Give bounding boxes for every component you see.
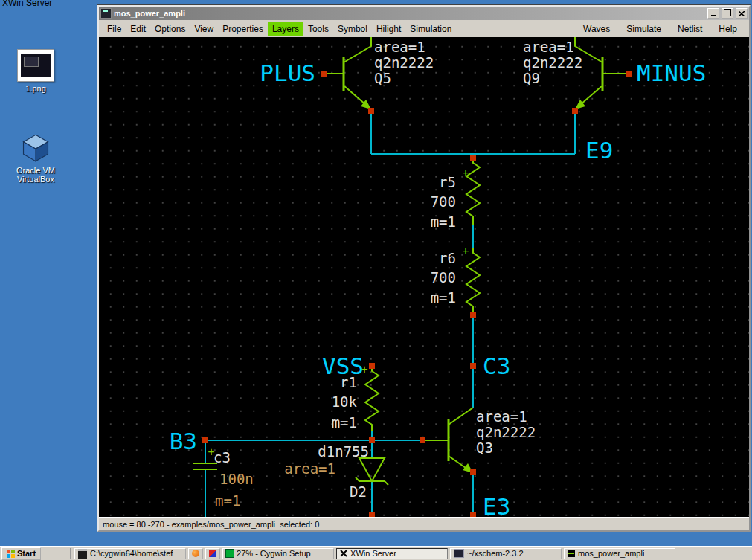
- pin-square[interactable]: [369, 512, 375, 517]
- xschem-window: mos_power_ampli File Edit Options View P…: [97, 5, 751, 532]
- c3-value: 100n: [219, 471, 254, 487]
- maximize-icon: [724, 9, 731, 16]
- maximize-button[interactable]: [722, 8, 733, 19]
- close-button[interactable]: [736, 8, 748, 19]
- menu-layers[interactable]: Layers: [268, 22, 303, 36]
- desktop-icon-1png[interactable]: 1.png: [4, 49, 68, 93]
- q3-model: q2n2222: [476, 424, 536, 440]
- polarity-marker: +: [462, 245, 469, 258]
- q5-model: q2n2222: [374, 54, 434, 71]
- start-label: Start: [17, 549, 36, 558]
- schematic-icon: [568, 550, 575, 557]
- taskbar-item-label: ~/xschem-2.3.2: [467, 549, 524, 558]
- taskbar: Start C:\cygwin64\home\stef 27% - Cygwin…: [0, 546, 752, 560]
- terminal-icon: [78, 549, 87, 559]
- status-bar: mouse = 80 -270 - examples/mos_power_amp…: [99, 517, 749, 530]
- q9-name: Q9: [523, 70, 540, 86]
- pin-square[interactable]: [368, 108, 374, 114]
- menu-symbol[interactable]: Symbol: [333, 22, 372, 36]
- r1-value: 10k: [332, 393, 358, 410]
- r6-name: r6: [439, 250, 456, 266]
- cygwin-setup-icon: [226, 550, 234, 557]
- schematic-canvas[interactable]: area=1 q2n2222 Q5 area=1 q2n2222 Q9 + r5…: [99, 37, 749, 517]
- taskbar-item-cygwin-setup[interactable]: 27% - Cygwin Setup: [222, 548, 334, 559]
- pin-square[interactable]: [470, 469, 476, 475]
- q3-name: Q3: [476, 440, 493, 456]
- menu-properties[interactable]: Properties: [218, 22, 268, 36]
- transistor-q9[interactable]: area=1 q2n2222 Q9: [523, 37, 629, 109]
- menu-options[interactable]: Options: [150, 22, 190, 36]
- net-label-b3[interactable]: B3: [170, 428, 197, 454]
- capacitor-c3[interactable]: + c3 100n m=1: [193, 445, 254, 509]
- pin-square[interactable]: [470, 512, 476, 517]
- status-text: mouse = 80 -270 - examples/mos_power_amp…: [103, 520, 319, 529]
- net-label-c3[interactable]: C3: [483, 353, 510, 379]
- diode-d2[interactable]: d1n755 area=1 D2: [284, 443, 388, 500]
- taskbar-item-label: mos_power_ampli: [578, 549, 644, 558]
- net-label-vss[interactable]: VSS: [322, 353, 364, 379]
- d2-name: D2: [350, 483, 367, 500]
- quicklaunch-area: [43, 548, 71, 559]
- pin-square[interactable]: [369, 363, 375, 369]
- d2-area: area=1: [284, 460, 335, 477]
- window-title: mos_power_ampli: [114, 9, 705, 18]
- pin-square[interactable]: [470, 363, 476, 369]
- menu-waves[interactable]: Waves: [575, 22, 618, 36]
- net-label-e9[interactable]: E9: [585, 137, 613, 164]
- r6-mult: m=1: [431, 289, 456, 306]
- menu-tools[interactable]: Tools: [303, 22, 333, 36]
- window-system-icon[interactable]: [100, 8, 112, 19]
- net-label-plus[interactable]: PLUS: [260, 59, 315, 86]
- pin-square[interactable]: [420, 437, 425, 443]
- c3-name: c3: [213, 449, 231, 466]
- terminal-icon: [454, 549, 464, 558]
- q5-name: Q5: [374, 70, 391, 86]
- image-thumbnail-icon: [17, 49, 54, 82]
- pin-square[interactable]: [470, 155, 476, 161]
- resistor-r5[interactable]: + r5 700 m=1: [431, 158, 480, 230]
- menu-simulation[interactable]: Simulation: [405, 22, 456, 36]
- menu-view[interactable]: View: [190, 22, 218, 36]
- pin-square[interactable]: [470, 312, 476, 318]
- taskbar-item-xschem-shell[interactable]: ~/xschem-2.3.2: [450, 548, 562, 559]
- taskbar-item-xwin-server[interactable]: XWin Server: [336, 548, 448, 559]
- desktop-icon-virtualbox[interactable]: Oracle VM VirtualBox: [4, 134, 68, 184]
- desktop-icon-label: 1.png: [4, 84, 68, 93]
- x-server-icon: [340, 550, 347, 557]
- pin-square[interactable]: [202, 437, 208, 443]
- menu-simulate[interactable]: Simulate: [618, 22, 669, 36]
- menu-right-group: Waves Simulate Netlist Help: [575, 22, 745, 36]
- pin-square[interactable]: [626, 71, 632, 77]
- r5-value: 700: [431, 193, 456, 210]
- window-titlebar[interactable]: mos_power_ampli: [99, 7, 749, 20]
- taskbar-item-cygwin-home[interactable]: C:\cygwin64\home\stef: [74, 548, 186, 559]
- taskbar-item-mos-power-ampli[interactable]: mos_power_ampli: [564, 548, 675, 559]
- pin-square[interactable]: [321, 71, 327, 77]
- start-button[interactable]: Start: [1, 547, 41, 560]
- taskbar-item-label: 27% - Cygwin Setup: [237, 549, 311, 558]
- resistor-r6[interactable]: + r6 700 m=1: [431, 245, 480, 313]
- pin-squares: [202, 71, 632, 517]
- taskbar-item-icon-1[interactable]: [188, 548, 203, 559]
- minimize-button[interactable]: [707, 8, 719, 19]
- desktop-corner-label: XWin Server: [2, 0, 52, 8]
- taskbar-item-icon-2[interactable]: [205, 548, 220, 559]
- net-label-minus[interactable]: MINUS: [637, 59, 706, 86]
- menu-netlist[interactable]: Netlist: [669, 22, 710, 36]
- minimize-icon: [711, 15, 716, 16]
- net-label-e3[interactable]: E3: [483, 493, 510, 517]
- r5-name: r5: [439, 174, 456, 190]
- wires[interactable]: [205, 111, 575, 517]
- pin-square[interactable]: [369, 437, 375, 443]
- transistor-q5[interactable]: area=1 q2n2222 Q5: [324, 37, 434, 109]
- q5-area: area=1: [374, 39, 425, 55]
- close-icon: [739, 11, 745, 16]
- menu-help[interactable]: Help: [710, 22, 745, 36]
- menu-file[interactable]: File: [103, 22, 126, 36]
- transistor-q3[interactable]: area=1 q2n2222 Q3: [424, 408, 536, 473]
- menu-hilight[interactable]: Hilight: [372, 22, 405, 36]
- menu-edit[interactable]: Edit: [126, 22, 150, 36]
- pin-square[interactable]: [572, 108, 578, 114]
- menu-bar: File Edit Options View Properties Layers…: [99, 20, 749, 37]
- q3-area: area=1: [476, 408, 527, 425]
